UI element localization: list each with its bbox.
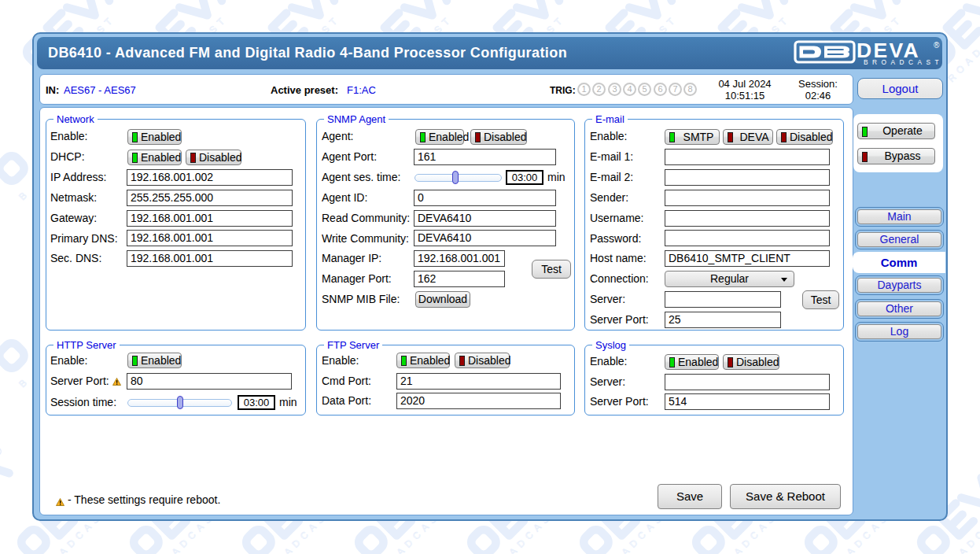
svg-text:BROADCAST: BROADCAST xyxy=(864,58,940,66)
svg-text:®: ® xyxy=(934,41,940,50)
